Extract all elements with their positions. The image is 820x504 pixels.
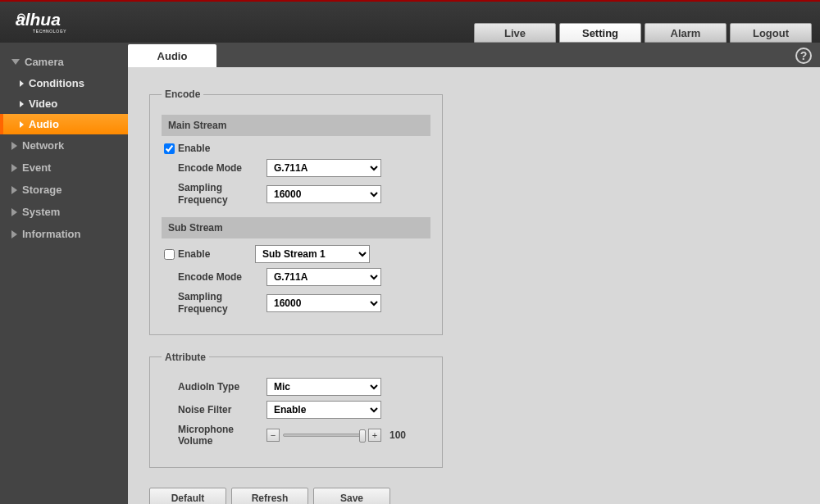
main-freq-label: Sampling Frequency: [176, 182, 266, 206]
main-stream-header: Main Stream: [162, 115, 430, 136]
main-enable-row: Enable: [162, 143, 430, 154]
sub-mode-row: Encode Mode G.711A: [162, 268, 430, 286]
sidebar-item-event[interactable]: Event: [0, 157, 128, 179]
chevron-right-icon: [20, 101, 24, 107]
topbar: alhua TECHNOLOGY Live Setting Alarm Logo…: [0, 0, 820, 43]
sub-stream-header: Sub Stream: [162, 217, 430, 238]
sub-mode-select[interactable]: G.711A: [266, 268, 381, 286]
topnav: Live Setting Alarm Logout: [474, 23, 812, 43]
sidebar: Camera Conditions Video Audio Network Ev…: [0, 43, 128, 504]
sidebar-label-event: Event: [22, 161, 51, 174]
audioin-label: AudioIn Type: [176, 381, 266, 393]
chevron-right-icon: [11, 186, 17, 194]
sub-enable-checkbox[interactable]: [164, 249, 175, 260]
volume-plus-button[interactable]: +: [368, 429, 381, 442]
sidebar-label-audio: Audio: [29, 118, 59, 130]
settings-panel: Encode Main Stream Enable Encode Mode G.…: [128, 67, 820, 504]
topnav-setting[interactable]: Setting: [559, 23, 641, 43]
sidebar-label-video: Video: [29, 98, 57, 110]
chevron-right-icon: [20, 121, 24, 128]
chevron-right-icon: [20, 80, 24, 87]
encode-group: Encode Main Stream Enable Encode Mode G.…: [149, 89, 443, 335]
save-button[interactable]: Save: [313, 488, 390, 504]
volume-row: Microphone Volume − + 100: [162, 424, 430, 447]
encode-legend: Encode: [162, 89, 203, 100]
sidebar-item-video[interactable]: Video: [0, 93, 128, 114]
sub-freq-label: Sampling Frequency: [176, 291, 266, 315]
sidebar-item-information[interactable]: Information: [0, 223, 128, 245]
tab-audio[interactable]: Audio: [128, 44, 216, 67]
audioin-select[interactable]: Mic: [266, 378, 381, 396]
attribute-legend: Attribute: [162, 352, 209, 363]
sidebar-item-system[interactable]: System: [0, 201, 128, 223]
volume-value: 100: [390, 429, 406, 441]
noise-row: Noise Filter Enable: [162, 401, 430, 419]
sidebar-item-audio[interactable]: Audio: [0, 114, 128, 134]
chevron-right-icon: [11, 230, 17, 238]
main-enable-checkbox[interactable]: [164, 143, 175, 154]
sidebar-item-conditions[interactable]: Conditions: [0, 73, 128, 93]
sidebar-item-network[interactable]: Network: [0, 134, 128, 157]
main-mode-label: Encode Mode: [176, 162, 266, 174]
volume-slider: − + 100: [266, 429, 430, 442]
chevron-right-icon: [11, 208, 17, 216]
chevron-right-icon: [11, 164, 17, 172]
topnav-logout[interactable]: Logout: [730, 23, 812, 43]
sub-mode-label: Encode Mode: [176, 271, 266, 283]
main-mode-select[interactable]: G.711A: [266, 159, 381, 177]
sub-enable-row: Enable Sub Stream 1: [162, 245, 430, 263]
volume-track[interactable]: [283, 434, 365, 437]
tabstrip: Audio ?: [128, 43, 820, 67]
volume-thumb[interactable]: [359, 429, 366, 443]
main-enable-label: Enable: [176, 143, 266, 154]
main-mode-row: Encode Mode G.711A: [162, 159, 430, 177]
audioin-row: AudioIn Type Mic: [162, 378, 430, 396]
sub-freq-select[interactable]: 16000: [266, 294, 381, 312]
volume-label: Microphone Volume: [176, 424, 266, 447]
chevron-right-icon: [11, 142, 17, 150]
button-row: Default Refresh Save: [149, 488, 799, 504]
logo-icon: alhua TECHNOLOGY: [8, 11, 115, 34]
sidebar-label-system: System: [22, 206, 60, 218]
attribute-group: Attribute AudioIn Type Mic Noise Filter: [149, 352, 443, 468]
svg-text:TECHNOLOGY: TECHNOLOGY: [33, 30, 66, 34]
sub-stream-select[interactable]: Sub Stream 1: [255, 245, 370, 263]
volume-minus-button[interactable]: −: [266, 429, 280, 442]
main-freq-select[interactable]: 16000: [266, 185, 381, 203]
refresh-button[interactable]: Refresh: [231, 488, 308, 504]
noise-select[interactable]: Enable: [266, 401, 381, 419]
sidebar-label-network: Network: [22, 139, 64, 152]
content: Audio ? Encode Main Stream Enable Encode…: [128, 43, 820, 504]
sidebar-item-camera[interactable]: Camera: [0, 51, 128, 73]
default-button[interactable]: Default: [149, 488, 226, 504]
svg-text:alhua: alhua: [16, 11, 61, 29]
sidebar-label-storage: Storage: [22, 184, 61, 196]
chevron-down-icon: [11, 59, 20, 65]
sub-freq-row: Sampling Frequency 16000: [162, 291, 430, 315]
sidebar-label-information: Information: [22, 228, 81, 240]
sidebar-label-conditions: Conditions: [29, 77, 84, 89]
help-icon[interactable]: ?: [795, 48, 812, 64]
sub-enable-label: Enable: [176, 248, 255, 260]
topnav-alarm[interactable]: Alarm: [645, 23, 727, 43]
sidebar-label-camera: Camera: [25, 56, 64, 68]
topnav-live[interactable]: Live: [474, 23, 556, 43]
sidebar-item-storage[interactable]: Storage: [0, 179, 128, 201]
main-freq-row: Sampling Frequency 16000: [162, 182, 430, 206]
noise-label: Noise Filter: [176, 404, 266, 415]
brand-logo: alhua TECHNOLOGY: [8, 11, 115, 34]
